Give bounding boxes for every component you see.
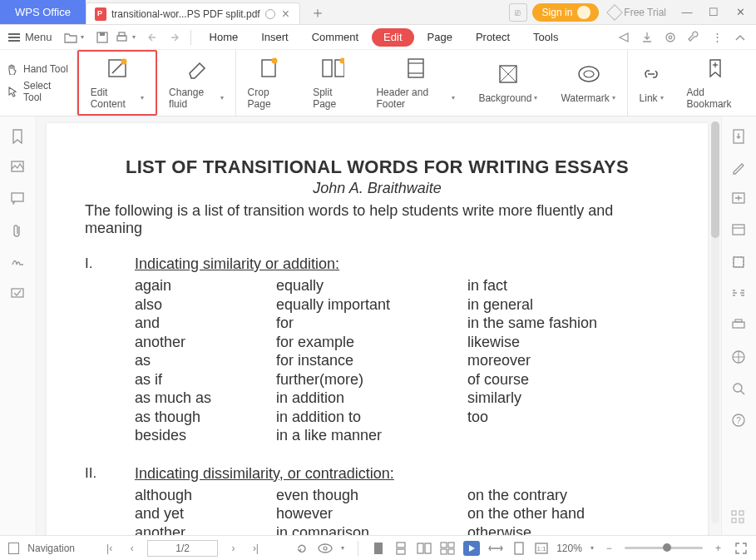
zoom-slider-thumb[interactable] [663,543,671,552]
hand-tool-label: Hand Tool [23,63,68,75]
redo-icon[interactable] [166,29,182,46]
pdf-page: LIST OF TRANSITIONAL WORDS FOR WRITING E… [47,123,708,535]
fullscreen-button[interactable] [734,541,748,556]
fit-width-icon[interactable] [488,541,503,556]
two-page-cont-icon[interactable] [440,541,455,556]
print-dropdown-caret[interactable]: ▾ [132,33,136,41]
open-file-icon[interactable] [62,29,79,46]
zoom-value[interactable]: 120% [556,543,582,554]
word-column: in factin generalin the same fashionlike… [467,276,670,445]
svg-point-17 [579,67,599,82]
edit-text-icon[interactable] [731,160,748,176]
hand-tool-button[interactable]: Hand Tool [7,63,70,75]
first-page-button[interactable]: |‹ [102,541,116,556]
watermark-button[interactable]: Watermark▾ [549,50,626,116]
bookmark-panel-icon[interactable] [10,128,27,145]
edit-content-button[interactable]: Edit Content▾ [77,50,157,116]
link-button[interactable]: Link▾ [628,50,675,116]
share-icon[interactable] [616,30,631,45]
chevron-down-icon[interactable]: ▾ [590,544,594,552]
undo-icon[interactable] [146,29,162,46]
sign-in-button[interactable]: Sign in [532,3,600,22]
window-list-icon[interactable]: ⎚ [509,3,527,22]
close-window-button[interactable]: ✕ [729,6,751,18]
add-bookmark-button[interactable]: Add Bookmark [675,50,756,116]
field-panel-icon[interactable] [10,286,27,303]
svg-rect-48 [448,543,454,548]
free-trial-button[interactable]: Free Trial [604,7,671,18]
prev-page-button[interactable]: ‹ [125,541,139,556]
header-footer-button[interactable]: Header and Footer▾ [364,50,467,116]
export-icon[interactable] [640,30,655,45]
page-manage-icon[interactable] [731,255,748,271]
split-page-button[interactable]: Split Page [301,50,364,116]
new-tab-button[interactable]: ＋ [300,0,335,24]
more-icon[interactable]: ⋮ [709,30,724,45]
svg-rect-39 [739,518,744,523]
minimize-button[interactable]: — [676,6,698,18]
crop-page-button[interactable]: Crop Page [236,50,302,116]
add-bookmark-label: Add Bookmark [687,87,744,110]
continuous-page-icon[interactable] [394,541,408,556]
translate-icon[interactable] [731,349,748,366]
open-dropdown-caret[interactable]: ▾ [81,33,84,41]
tab-tools[interactable]: Tools [523,25,568,50]
vertical-scrollbar[interactable] [711,121,719,523]
divider [190,30,191,45]
single-page-icon[interactable] [372,541,386,556]
compress-icon[interactable] [731,223,748,240]
settings-icon[interactable] [663,30,678,45]
zoom-in-button[interactable]: + [711,541,725,556]
collapse-ribbon-icon[interactable] [733,30,748,45]
change-fluid-button[interactable]: Change fluid▾ [157,50,235,116]
background-button[interactable]: Background▾ [467,50,549,116]
last-page-button[interactable]: ›| [249,541,263,556]
view-mode-icon[interactable] [318,541,333,556]
svg-rect-2 [117,36,126,41]
print-side-icon[interactable] [731,318,748,335]
fit-page-icon[interactable] [511,541,526,556]
wrench-icon[interactable] [686,30,701,45]
print-icon[interactable] [114,29,131,46]
search-side-icon[interactable] [731,381,748,398]
tab-comment[interactable]: Comment [302,25,368,50]
thumbnail-panel-icon[interactable] [10,160,27,176]
attachment-panel-icon[interactable] [10,223,27,240]
next-page-button[interactable]: › [226,541,240,556]
menu-button[interactable]: Menu [25,31,52,43]
help-icon[interactable]: ? [731,413,748,429]
tab-protect[interactable]: Protect [466,25,520,50]
zoom-out-button[interactable]: − [602,541,616,556]
two-page-icon[interactable] [417,541,432,556]
rotate-icon[interactable] [295,541,309,556]
save-icon[interactable] [94,29,111,46]
apps-grid-icon[interactable] [731,510,748,527]
signature-panel-icon[interactable] [10,255,27,271]
select-tool-button[interactable]: Select Tool [7,80,70,103]
svg-point-7 [121,58,126,64]
close-tab-button[interactable]: × [280,7,291,22]
tab-page[interactable]: Page [418,25,462,50]
tab-edit[interactable]: Edit [372,28,413,47]
maximize-button[interactable]: ☐ [703,6,724,18]
hamburger-icon[interactable] [8,33,20,42]
navigation-pane-icon[interactable] [8,543,19,554]
ocr-icon[interactable] [731,286,748,303]
chevron-down-icon[interactable]: ▾ [341,544,344,552]
page-number-input[interactable]: 1/2 [147,540,218,557]
tab-home[interactable]: Home [200,25,249,50]
comment-panel-icon[interactable] [10,191,27,208]
document-viewport[interactable]: LIST OF TRANSITIONAL WORDS FOR WRITING E… [37,116,721,535]
scrollbar-thumb[interactable] [711,121,719,238]
navigation-label[interactable]: Navigation [27,543,75,554]
svg-rect-10 [323,60,332,77]
slideshow-button[interactable] [463,541,481,556]
export-pdf-icon[interactable] [731,128,748,145]
svg-rect-50 [448,549,454,554]
hand-icon [7,63,18,75]
zoom-slider[interactable] [625,547,703,549]
actual-size-icon[interactable]: 1:1 [534,541,548,556]
document-tab[interactable]: transitional-wor...PS PDF split.pdf × [86,2,300,24]
convert-icon[interactable] [731,191,748,208]
tab-insert[interactable]: Insert [251,25,299,50]
